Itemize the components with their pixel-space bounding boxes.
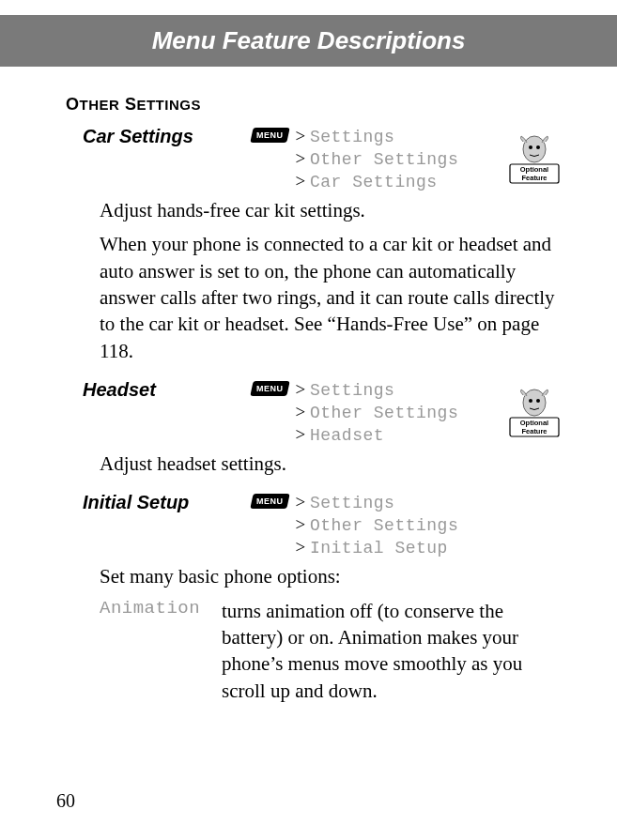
feature-header: Initial Setup MENU > Settings > Other Se…: [83, 492, 561, 557]
svg-point-2: [536, 145, 540, 149]
optional-feature-icon: Optional Feature: [508, 386, 561, 438]
optional-feature-icon: Optional Feature: [508, 132, 561, 185]
content-area: OTHER SETTINGS Car Settings MENU > Setti…: [0, 67, 617, 704]
svg-text:Optional: Optional: [520, 165, 548, 174]
menu-path: MENU > Settings > Other Settings > Heads…: [252, 379, 501, 445]
feature-title: Car Settings: [83, 126, 252, 147]
feature-header: Car Settings MENU > Settings > Other Set…: [83, 126, 561, 191]
path-line: > Car Settings: [296, 171, 459, 191]
svg-text:Optional: Optional: [520, 419, 548, 427]
svg-point-7: [529, 399, 532, 403]
path-lines: > Settings > Other Settings > Initial Se…: [296, 492, 459, 557]
page-header: Menu Feature Descriptions: [0, 15, 617, 67]
section-heading: OTHER SETTINGS: [66, 95, 561, 115]
feature-initial-setup: Initial Setup MENU > Settings > Other Se…: [83, 492, 561, 704]
menu-key-icon: MENU: [250, 494, 289, 509]
option-name: Animation: [100, 598, 222, 704]
feature-body-text: Adjust hands-free car kit settings.: [100, 197, 561, 223]
feature-body-text: Adjust headset settings.: [100, 451, 561, 477]
path-line: > Other Settings: [296, 514, 459, 535]
page-number: 60: [56, 790, 75, 812]
svg-text:Feature: Feature: [521, 174, 547, 182]
feature-car-settings: Car Settings MENU > Settings > Other Set…: [83, 126, 561, 364]
feature-body-text: Set many basic phone options:: [100, 563, 561, 589]
path-lines: > Settings > Other Settings > Car Settin…: [296, 126, 459, 191]
feature-headset: Headset MENU > Settings > Other Settings…: [83, 379, 561, 477]
menu-path: MENU > Settings > Other Settings > Car S…: [252, 126, 501, 191]
path-line: > Headset: [296, 424, 459, 445]
feature-header: Headset MENU > Settings > Other Settings…: [83, 379, 561, 445]
path-lines: > Settings > Other Settings > Headset: [296, 379, 459, 445]
path-line: > Initial Setup: [296, 537, 459, 557]
svg-point-8: [536, 399, 540, 403]
path-line: > Settings: [296, 126, 459, 146]
path-line: > Settings: [296, 379, 459, 400]
svg-text:Feature: Feature: [521, 427, 547, 435]
svg-point-0: [523, 136, 546, 162]
menu-key-icon: MENU: [250, 381, 289, 396]
svg-point-6: [523, 389, 546, 416]
feature-body-text: When your phone is connected to a car ki…: [100, 231, 561, 364]
feature-title: Headset: [83, 379, 252, 401]
option-description: turns animation off (to conserve the bat…: [222, 598, 561, 704]
feature-title: Initial Setup: [83, 492, 252, 513]
menu-path: MENU > Settings > Other Settings > Initi…: [252, 492, 561, 557]
header-title: Menu Feature Descriptions: [152, 26, 466, 54]
menu-key-icon: MENU: [250, 128, 289, 143]
option-row: Animation turns animation off (to conser…: [100, 598, 561, 704]
svg-point-1: [529, 145, 532, 149]
path-line: > Settings: [296, 492, 459, 512]
path-line: > Other Settings: [296, 402, 459, 422]
path-line: > Other Settings: [296, 148, 459, 169]
